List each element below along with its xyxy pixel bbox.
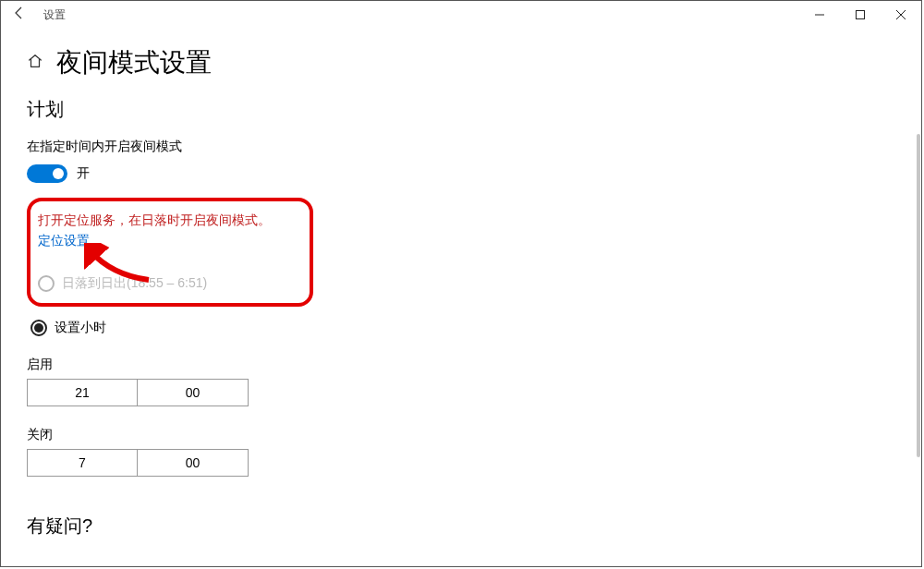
back-button[interactable] [1, 6, 38, 24]
home-icon[interactable] [27, 53, 43, 73]
window-title: 设置 [38, 7, 66, 23]
disable-hour-box[interactable]: 7 [27, 449, 138, 477]
location-warning-callout: 打开定位服务，在日落时开启夜间模式。 定位设置 日落到日出(18:55 – 6:… [27, 198, 313, 307]
maximize-button[interactable] [840, 1, 881, 29]
scrollbar-thumb[interactable] [917, 134, 920, 457]
minimize-button[interactable] [799, 1, 840, 29]
disable-minute-box[interactable]: 00 [138, 449, 249, 477]
svg-rect-1 [857, 11, 865, 19]
location-warning-text: 打开定位服务，在日落时开启夜间模式。 [38, 211, 298, 229]
radio-set-hours-label: 设置小时 [55, 320, 106, 336]
question-heading: 有疑问? [27, 514, 921, 539]
section-heading-plan: 计划 [27, 97, 921, 122]
enable-hour-box[interactable]: 21 [27, 379, 138, 406]
enable-time-picker[interactable]: 21 00 [27, 379, 921, 406]
enable-minute-box[interactable]: 00 [138, 379, 249, 406]
disable-time-picker[interactable]: 7 00 [27, 449, 921, 477]
radio-sunset-to-sunrise [38, 275, 55, 292]
location-settings-link[interactable]: 定位设置 [38, 231, 90, 249]
enable-label: 启用 [27, 357, 921, 373]
radio-set-hours[interactable] [30, 320, 47, 336]
schedule-description: 在指定时间内开启夜间模式 [27, 139, 921, 155]
radio-sunset-label: 日落到日出(18:55 – 6:51) [62, 275, 207, 292]
toggle-state-label: 开 [77, 165, 90, 182]
page-title: 夜间模式设置 [56, 45, 212, 80]
close-button[interactable] [881, 1, 921, 29]
schedule-toggle[interactable] [27, 164, 67, 183]
disable-label: 关闭 [27, 427, 921, 443]
titlebar: 设置 [1, 1, 921, 29]
